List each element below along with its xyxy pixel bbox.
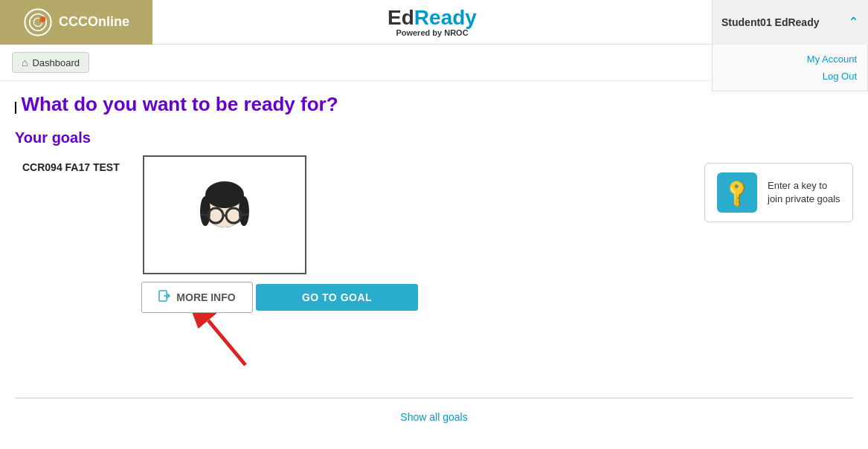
goal-image-box [143,155,306,274]
my-account-link[interactable]: My Account [713,51,867,68]
main-content: What do you want to be ready for? Your g… [0,81,868,436]
goals-left: CCR094 FA17 TEST [15,155,418,375]
dashboard-label: Dashboard [32,57,80,68]
more-info-button[interactable]: MORE INFO [141,282,253,313]
cursor-indicator [15,102,16,114]
ccc-online-title: CCCOnline [59,14,129,30]
goals-area: CCR094 FA17 TEST [15,155,853,375]
go-to-goal-button[interactable]: GO TO GOAL [256,284,418,311]
svg-point-1 [30,13,46,30]
user-name-label: Student01 EdReady [721,16,819,28]
page-question: What do you want to be ready for? [21,93,338,115]
edready-powered-text: Powered by NROC [388,28,477,37]
page-question-area: What do you want to be ready for? [15,93,853,116]
private-goals-box[interactable]: 🔑 Enter a key to join private goals [704,163,853,222]
ready-text: Ready [414,6,477,29]
chevron-up-icon[interactable]: ⌃ [848,14,859,30]
ccc-logo-area: CCCOnline [0,0,152,45]
show-all-goals-link[interactable]: Show all goals [400,411,467,423]
cccc-logo-icon [23,7,53,37]
svg-point-6 [205,181,244,208]
key-icon: 🔑 [721,176,754,210]
footer-area: Show all goals [15,398,853,424]
private-goals-text: Enter a key to join private goals [768,179,840,206]
goal-buttons: MORE INFO GO TO GOAL [141,282,418,313]
user-area[interactable]: Student01 EdReady ⌃ [712,0,868,45]
ed-text: Ed [388,6,414,29]
log-out-link[interactable]: Log Out [713,68,867,85]
edready-main-text: EdReady [388,7,477,28]
avatar-icon [187,174,262,256]
edready-logo-area: EdReady Powered by NROC [152,0,712,45]
header: CCCOnline EdReady Powered by NROC Studen… [0,0,868,45]
svg-line-17 [208,320,245,365]
goal-name: CCR094 FA17 TEST [15,155,141,179]
svg-point-0 [25,9,51,35]
red-arrow-svg [141,313,260,372]
more-info-icon [158,290,170,305]
edready-logo: EdReady Powered by NROC [388,7,477,37]
goal-card: CCR094 FA17 TEST [15,155,141,179]
arrow-annotation [141,313,260,375]
your-goals-label: Your goals [15,129,853,146]
more-info-label: MORE INFO [176,291,235,303]
dashboard-button[interactable]: ⌂ Dashboard [12,52,89,73]
home-icon: ⌂ [22,56,28,68]
user-dropdown: My Account Log Out [712,45,868,91]
svg-point-3 [39,16,45,22]
key-icon-box: 🔑 [717,172,757,213]
